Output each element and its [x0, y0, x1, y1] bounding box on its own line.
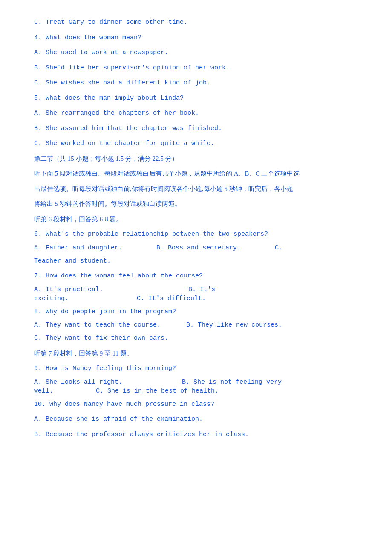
- option-c3: C. Treat Gary to dinner some other time.: [34, 17, 358, 28]
- question-10: 10. Why does Nancy have much pressure in…: [34, 399, 358, 410]
- q8-option-c: C. They want to fix their own cars.: [34, 333, 358, 344]
- main-content: C. Treat Gary to dinner some other time.…: [34, 17, 358, 440]
- option-4a: A. She used to work at a newspaper.: [34, 47, 358, 58]
- section2-instruction3: 将给出 5 秒钟的作答时间。每段对话或独白读两遍。: [34, 199, 358, 210]
- section2-instruction2: 出最佳选项。听每段对话或独白前,你将有时间阅读各个小题,每小题 5 秒钟；听完后…: [34, 184, 358, 195]
- q7-option-b-partial: B. It's: [188, 286, 215, 293]
- q6-option-b: B. Boss and secretary.: [156, 244, 241, 251]
- question-8: 8. Why do people join in the program?: [34, 306, 358, 318]
- q7-option-b-cont: exciting.: [34, 295, 69, 302]
- q7-option-c: C. It's difficult.: [137, 295, 206, 302]
- question-5: 5. What does the man imply about Linda?: [34, 93, 358, 104]
- q10-option-a: A. Because she is afraid of the examinat…: [34, 414, 358, 425]
- q7-option-a: A. It's practical.: [34, 286, 103, 293]
- q9-option-a: A. She looks all right.: [34, 379, 122, 386]
- q9-option-b-cont: well.: [34, 387, 53, 395]
- q9-option-b-partial: B. She is not feeling very: [182, 379, 282, 386]
- question-7: 7. How does the woman feel about the cou…: [34, 271, 358, 282]
- q9-options-row2: well. C. She is in the best of health.: [34, 387, 358, 395]
- q9-options-row1: A. She looks all right. B. She is not fe…: [34, 379, 358, 386]
- q7-options-row2: exciting. C. It's difficult.: [34, 295, 358, 302]
- option-5b: B. She assured him that the chapter was …: [34, 123, 358, 134]
- q7-options-row1: A. It's practical. B. It's: [34, 286, 358, 293]
- option-5a: A. She rearranged the chapters of her bo…: [34, 108, 358, 119]
- question-9: 9. How is Nancy feeling this morning?: [34, 363, 358, 374]
- option-4b: B. She'd like her supervisor's opinion o…: [34, 63, 358, 74]
- option-5c: C. She worked on the chapter for quite a…: [34, 138, 358, 149]
- material6-label: 听第 6 段材料，回答第 6-8 题。: [34, 214, 358, 225]
- q6-options: A. Father and daughter. B. Boss and secr…: [34, 244, 358, 251]
- section2-instruction1: 听下面 5 段对话或独白。每段对话或独白后有几个小题，从题中所给的 A、B、C …: [34, 168, 358, 179]
- section2-heading: 第二节（共 15 小题；每小题 1.5 分，满分 22.5 分）: [34, 153, 358, 165]
- question-4: 4. What does the woman mean?: [34, 32, 358, 43]
- question-6: 6. What's the probable relationship betw…: [34, 229, 358, 240]
- q10-option-b: B. Because the professor always criticiz…: [34, 429, 358, 440]
- q8-options-row1: A. They want to teach the course. B. The…: [34, 321, 358, 329]
- q6-option-c-label: C.: [275, 244, 282, 251]
- q9-option-c: C. She is in the best of health.: [96, 387, 219, 395]
- q6-option-c-text: Teacher and student.: [34, 256, 358, 267]
- q8-option-b: B. They like new courses.: [186, 321, 282, 329]
- material7-label: 听第 7 段材料，回答第 9 至 11 题。: [34, 348, 358, 359]
- q8-option-a: A. They want to teach the course.: [34, 321, 161, 329]
- q6-option-a: A. Father and daughter.: [34, 244, 122, 251]
- option-4c: C. She wishes she had a different kind o…: [34, 78, 358, 89]
